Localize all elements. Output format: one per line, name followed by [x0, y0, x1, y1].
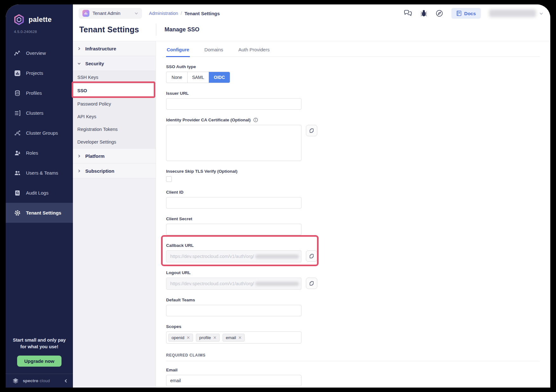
sidebar-item-label: Overview	[26, 50, 46, 56]
sidebar-item-label: Roles	[26, 150, 38, 156]
logout-url-label: Logout URL	[166, 270, 540, 275]
collapse-sidebar-icon[interactable]	[64, 379, 68, 383]
app-window: palette 4.5.0-240628 Overview Projects	[6, 4, 550, 388]
settings-item-ssh-keys[interactable]: SSH Keys	[73, 71, 156, 84]
brand-name: palette	[29, 16, 52, 24]
settings-item-api-keys[interactable]: API Keys	[73, 110, 156, 123]
logout-url-group: Logout URL https://dev.spectrocloud.com/…	[166, 270, 540, 290]
sidebar-item-audit-logs[interactable]: Audit Logs	[6, 183, 73, 203]
sidebar-item-profiles[interactable]: Profiles	[6, 83, 73, 103]
sidebar-item-overview[interactable]: Overview	[6, 43, 73, 63]
project-scope-label: Tenant Admin	[93, 11, 120, 16]
section-subscription[interactable]: Subscription	[73, 164, 156, 178]
issuer-url-input[interactable]	[166, 98, 301, 110]
scope-chip-email: email ✕	[223, 334, 245, 342]
client-id-input[interactable]	[166, 197, 301, 209]
settings-item-developer-settings[interactable]: Developer Settings	[73, 136, 156, 148]
sidebar-item-label: Projects	[26, 70, 43, 76]
callback-url-copy-button[interactable]	[306, 250, 317, 262]
section-label: Security	[85, 61, 104, 66]
auth-type-group: SSO Auth type None SAML OIDC	[166, 64, 540, 83]
project-scope-selector[interactable]: Tenant Admin	[79, 8, 142, 19]
book-icon	[456, 10, 462, 16]
tab-configure[interactable]: Configure	[166, 45, 190, 57]
upgrade-now-button[interactable]: Upgrade now	[17, 356, 61, 367]
auth-type-oidc[interactable]: OIDC	[209, 72, 230, 83]
security-items: SSH Keys SSO Password Policy API Keys Re…	[73, 71, 156, 149]
network-icon	[14, 130, 21, 136]
remove-chip-icon[interactable]: ✕	[213, 336, 217, 340]
scopes-input[interactable]: openid ✕ profile ✕ email ✕	[166, 331, 301, 344]
email-claim-label: Email	[166, 368, 540, 372]
client-secret-input[interactable]	[166, 224, 301, 235]
bug-report-icon[interactable]	[420, 10, 427, 17]
client-id-group: Client ID	[166, 190, 540, 209]
gear-icon	[14, 210, 21, 216]
sidebar-item-projects[interactable]: Projects	[6, 63, 73, 83]
breadcrumb-administration[interactable]: Administration	[149, 11, 178, 16]
audit-log-icon	[14, 190, 21, 196]
sidebar: palette 4.5.0-240628 Overview Projects	[6, 4, 73, 388]
settings-item-registration-tokens[interactable]: Registration Tokens	[73, 123, 156, 136]
chat-feedback-icon[interactable]	[404, 10, 412, 17]
email-claim-input[interactable]	[166, 375, 301, 386]
line-chart-icon	[14, 50, 21, 56]
scopes-group: Scopes openid ✕ profile ✕ email	[166, 324, 540, 344]
remove-chip-icon[interactable]: ✕	[238, 336, 242, 340]
sidebar-item-tenant-settings[interactable]: Tenant Settings	[6, 203, 73, 223]
ca-cert-copy-button[interactable]	[306, 125, 317, 136]
section-label: Infrastructure	[85, 46, 116, 51]
topbar: Tenant Admin Administration / Tenant Set…	[73, 4, 550, 18]
required-claims-heading: REQUIRED CLAIMS	[166, 353, 540, 357]
client-secret-label: Client Secret	[166, 216, 540, 221]
logout-url-copy-button[interactable]	[306, 278, 317, 289]
sso-tabs: Configure Domains Auth Providers	[166, 41, 540, 57]
info-icon[interactable]	[253, 118, 258, 122]
title-divider	[156, 24, 156, 36]
chevron-down-icon	[539, 11, 543, 16]
settings-item-password-policy[interactable]: Password Policy	[73, 98, 156, 110]
sso-form: SSO Auth type None SAML OIDC Issuer URL	[166, 57, 540, 386]
database-icon	[14, 90, 21, 96]
sidebar-item-label: Clusters	[26, 110, 43, 116]
bar-chart-icon	[14, 70, 21, 76]
auth-type-none[interactable]: None	[166, 72, 188, 83]
default-teams-input[interactable]	[166, 305, 301, 316]
spectro-cloud-logo-icon	[11, 377, 20, 384]
section-security[interactable]: Security	[73, 56, 156, 71]
sidebar-item-users-teams[interactable]: Users & Teams	[6, 163, 73, 183]
ca-cert-textarea[interactable]	[166, 125, 301, 161]
skip-tls-checkbox[interactable]	[166, 176, 172, 182]
docs-label: Docs	[464, 11, 476, 16]
ca-cert-label: Identity Provider CA Certificate (Option…	[166, 118, 251, 122]
section-platform[interactable]: Platform	[73, 149, 156, 164]
tab-domains[interactable]: Domains	[204, 45, 224, 56]
docs-button[interactable]: Docs	[451, 8, 481, 19]
sidebar-footer: spectro cloud	[6, 374, 73, 388]
chevron-right-icon	[77, 169, 81, 173]
promo-text: Start small and only pay for what you us…	[6, 337, 73, 351]
brand: palette	[6, 4, 73, 25]
sidebar-item-roles[interactable]: Roles	[6, 143, 73, 163]
sidebar-item-cluster-groups[interactable]: Cluster Groups	[6, 123, 73, 143]
logout-url-placeholder: https://dev.spectrocloud.com/v1/auth/org…	[170, 281, 254, 286]
auth-type-segmented: None SAML OIDC	[166, 72, 230, 83]
email-claim-group: Email	[166, 368, 540, 386]
sidebar-item-label: Users & Teams	[26, 170, 58, 176]
sso-content: Configure Domains Auth Providers SSO Aut…	[156, 41, 550, 388]
issuer-url-group: Issuer URL	[166, 91, 540, 110]
section-infrastructure[interactable]: Infrastructure	[73, 41, 156, 56]
default-teams-group: Default Teams	[166, 298, 540, 316]
sidebar-item-clusters[interactable]: Clusters	[6, 103, 73, 123]
remove-chip-icon[interactable]: ✕	[187, 336, 190, 340]
client-id-label: Client ID	[166, 190, 540, 195]
tab-auth-providers[interactable]: Auth Providers	[238, 45, 270, 56]
auth-type-saml[interactable]: SAML	[188, 72, 209, 83]
settings-item-sso[interactable]: SSO	[73, 84, 156, 98]
compass-explore-icon[interactable]	[436, 10, 443, 17]
breadcrumb: Administration / Tenant Settings	[149, 11, 220, 16]
user-menu[interactable]	[489, 10, 543, 17]
title-bar: Tenant Settings Manage SSO	[73, 18, 550, 41]
issuer-url-label: Issuer URL	[166, 91, 540, 96]
skip-tls-label: Insecure Skip TLS Verify (Optional)	[166, 169, 540, 174]
